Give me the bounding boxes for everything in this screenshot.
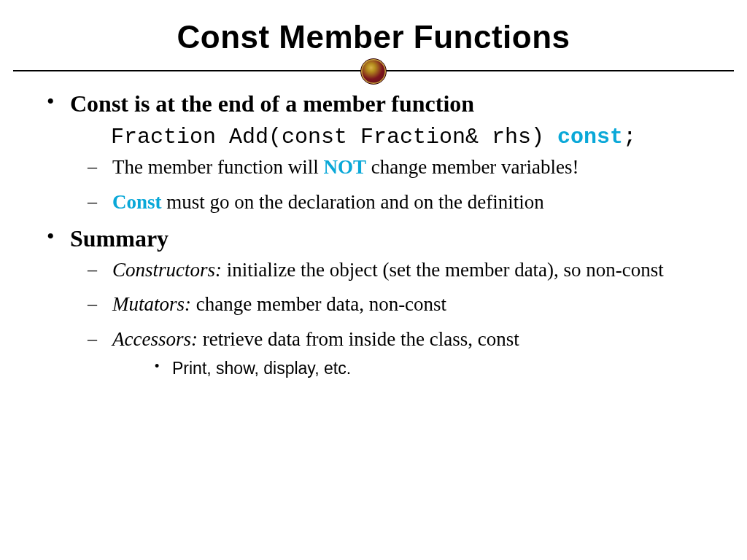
bullet-1-sub1: The member function will NOT change memb… <box>107 155 715 180</box>
bullet-list-level1: Const is at the end of a member function… <box>44 90 715 379</box>
bullet-2-sub3-list: Print, show, display, etc. <box>136 358 715 379</box>
b1s1-not: NOT <box>323 156 366 178</box>
bullet-2-sub3-item: Print, show, display, etc. <box>168 358 715 379</box>
bullet-2-sub2: Mutators: change member data, non-const <box>107 292 715 317</box>
title-divider <box>0 58 747 83</box>
bullet-2-sublist: Constructors: initialize the object (set… <box>74 258 715 379</box>
b2s1-term: Constructors: <box>112 259 222 281</box>
slide-title: Const Member Functions <box>0 19 747 55</box>
bullet-1-sub2: Const must go on the declaration and on … <box>107 190 715 215</box>
b1s1-post: change member variables! <box>366 156 579 178</box>
b1s1-pre: The member function will <box>112 156 323 178</box>
code-keyword-const: const <box>557 125 623 149</box>
b2s3-term: Accessors: <box>112 328 198 350</box>
seal-icon <box>360 58 387 85</box>
bullet-1-sublist: The member function will NOT change memb… <box>74 155 715 215</box>
bullet-1-head: Const is at the end of a member function <box>70 90 715 117</box>
b2s2-text: change member data, non-const <box>191 293 446 315</box>
b2s1-text: initialize the object (set the member da… <box>222 259 664 281</box>
b2s2-term: Mutators: <box>112 293 191 315</box>
bullet-2: Summary Constructors: initialize the obj… <box>64 225 715 379</box>
code-post: ; <box>623 125 636 149</box>
code-line: Fraction Add(const Fraction& rhs) const; <box>111 125 715 149</box>
b1s2-post: must go on the declaration and on the de… <box>162 191 544 213</box>
slide: Const Member Functions Const is at the e… <box>0 19 747 560</box>
bullet-2-head: Summary <box>70 225 715 252</box>
b2s3-text: retrieve data from inside the class, con… <box>198 328 519 350</box>
slide-body: Const is at the end of a member function… <box>0 83 747 379</box>
bullet-1: Const is at the end of a member function… <box>64 90 715 215</box>
b1s2-const: Const <box>112 191 162 213</box>
bullet-2-sub1: Constructors: initialize the object (set… <box>107 258 715 283</box>
code-pre: Fraction Add(const Fraction& rhs) <box>111 125 557 149</box>
bullet-2-sub3: Accessors: retrieve data from inside the… <box>107 327 715 379</box>
